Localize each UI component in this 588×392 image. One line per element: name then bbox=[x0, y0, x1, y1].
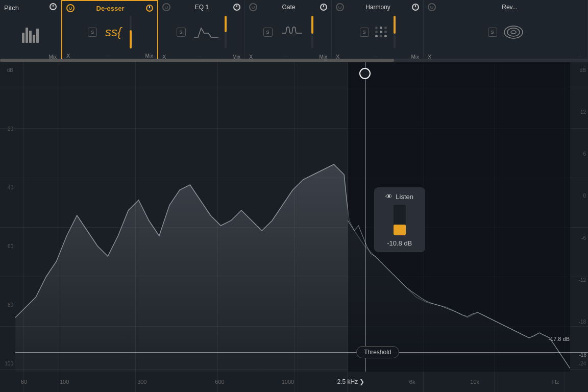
threshold-label: Threshold bbox=[364, 349, 391, 356]
db-label-60: 60 bbox=[2, 243, 13, 249]
deesser-s-badge[interactable]: S bbox=[88, 28, 97, 37]
eq1-knob[interactable] bbox=[233, 4, 240, 11]
harmony-power-btn[interactable] bbox=[336, 3, 344, 11]
reverb-icon bbox=[503, 23, 524, 41]
threshold-pill[interactable]: Threshold bbox=[356, 346, 399, 358]
db-labels-left: dB 20 40 60 80 100 bbox=[0, 62, 15, 372]
freq-label-6k: 6k bbox=[409, 379, 415, 385]
db-label-100: 100 bbox=[2, 361, 13, 366]
eq1-power-btn[interactable] bbox=[162, 3, 170, 11]
pitch-knob[interactable] bbox=[50, 3, 57, 10]
plugin-slot-reverb[interactable]: Rev... S X ··· bbox=[424, 0, 588, 62]
pitch-title: Pitch bbox=[4, 4, 19, 12]
deesser-icon: ss{ bbox=[105, 25, 121, 39]
gate-title: Gate bbox=[257, 4, 320, 11]
db-label-0: 0 bbox=[572, 193, 586, 199]
svg-line-1 bbox=[286, 27, 287, 33]
deesser-title: De-esser bbox=[75, 5, 146, 12]
db-label-20: 20 bbox=[2, 126, 13, 132]
listen-label-container: 👁 Listen bbox=[385, 192, 413, 201]
pitch-icon bbox=[22, 28, 39, 43]
listen-meter-fill bbox=[394, 225, 406, 235]
plugin-bar-scrollbar[interactable] bbox=[0, 59, 588, 62]
gate-s-badge[interactable]: S bbox=[263, 28, 273, 37]
db-label-12: 12 bbox=[572, 109, 586, 115]
freq-label-600: 600 bbox=[215, 379, 224, 385]
threshold-line bbox=[15, 352, 588, 353]
eq1-icon bbox=[192, 23, 218, 41]
svg-point-10 bbox=[507, 28, 520, 36]
harmony-knob[interactable] bbox=[412, 4, 419, 11]
svg-line-7 bbox=[295, 27, 296, 33]
scrollbar-thumb[interactable] bbox=[0, 59, 394, 62]
svg-line-3 bbox=[289, 27, 290, 33]
db-labels-right: dB 12 6 0 -6 -12 -18 -24 bbox=[570, 62, 588, 372]
db-label-6: 6 bbox=[572, 151, 586, 157]
gate-power-btn[interactable] bbox=[249, 3, 257, 11]
freq-label-2500hz: 2.5 kHz ❯ bbox=[337, 378, 364, 385]
gate-knob[interactable] bbox=[320, 4, 327, 11]
freq-label-1000: 1000 bbox=[282, 379, 294, 385]
db-label-neg12: -12 bbox=[572, 277, 586, 283]
threshold-vline bbox=[365, 62, 365, 372]
gate-fader[interactable] bbox=[311, 16, 313, 48]
gate-icon bbox=[279, 23, 305, 41]
reverb-power-btn[interactable] bbox=[428, 3, 436, 11]
plugin-slot-harmony[interactable]: Harmony S X ··· Mix bbox=[332, 0, 424, 62]
listen-ear-icon: 👁 bbox=[385, 192, 393, 201]
plugin-slot-eq1[interactable]: EQ 1 S X ··· Mix bbox=[158, 0, 245, 62]
plugin-bar: Pitch Mix De-esser S ss{ bbox=[0, 0, 588, 62]
db-label-40: 40 bbox=[2, 185, 13, 190]
freq-label-300: 300 bbox=[137, 379, 146, 385]
db-label-80: 80 bbox=[2, 302, 13, 308]
svg-point-11 bbox=[511, 31, 516, 34]
deesser-dots: ··· bbox=[105, 54, 110, 58]
harmony-s-badge[interactable]: S bbox=[360, 28, 369, 37]
plugin-slot-pitch[interactable]: Pitch Mix bbox=[0, 0, 61, 62]
freq-label-60: 60 bbox=[21, 379, 27, 385]
eq1-s-badge[interactable]: S bbox=[177, 28, 186, 37]
db-label-neg24: -24 bbox=[572, 361, 586, 366]
db-label-neg6: -6 bbox=[572, 235, 586, 241]
listen-meter bbox=[394, 205, 406, 235]
spectrum-display bbox=[15, 62, 570, 372]
deesser-power-btn[interactable] bbox=[66, 4, 75, 12]
threshold-db-label: -17.8 dB bbox=[548, 336, 570, 342]
reverb-title: Rev... bbox=[436, 4, 583, 11]
harmony-title: Harmony bbox=[344, 4, 412, 11]
listen-text: Listen bbox=[396, 193, 413, 201]
freq-label-100: 100 bbox=[60, 379, 69, 385]
harmony-icon bbox=[375, 27, 387, 37]
eq1-title: EQ 1 bbox=[170, 4, 233, 11]
svg-line-5 bbox=[292, 27, 293, 33]
threshold-db-label2: -18 bbox=[579, 352, 586, 358]
main-display: dB 20 40 60 80 100 dB 12 6 0 -6 -12 -18 … bbox=[0, 62, 588, 392]
db-label-neg18: -18 bbox=[572, 319, 586, 325]
db-label-top-left: dB bbox=[2, 67, 13, 73]
db-label-top-right: dB bbox=[572, 67, 586, 73]
plugin-slot-gate[interactable]: Gate S X ··· Mix bbox=[245, 0, 332, 62]
threshold-handle[interactable] bbox=[359, 68, 371, 79]
freq-label-hz: Hz bbox=[552, 379, 559, 385]
listen-db-value: -10.8 dB bbox=[387, 239, 412, 247]
listen-tooltip: 👁 Listen -10.8 dB bbox=[374, 187, 425, 252]
plugin-slot-deesser[interactable]: De-esser S ss{ X ··· Mix bbox=[61, 0, 158, 62]
deesser-mix-label: Mix bbox=[145, 53, 153, 59]
freq-label-10k: 10k bbox=[470, 379, 479, 385]
eq1-fader[interactable] bbox=[225, 16, 227, 48]
deesser-x-btn[interactable]: X bbox=[66, 53, 70, 59]
deesser-knob[interactable] bbox=[146, 5, 153, 12]
freq-labels: 60 100 300 600 1000 2.5 kHz ❯ 6k 10k Hz bbox=[15, 372, 570, 392]
reverb-s-badge[interactable]: S bbox=[488, 28, 497, 37]
deesser-fader[interactable] bbox=[130, 16, 132, 48]
harmony-fader[interactable] bbox=[394, 16, 396, 48]
